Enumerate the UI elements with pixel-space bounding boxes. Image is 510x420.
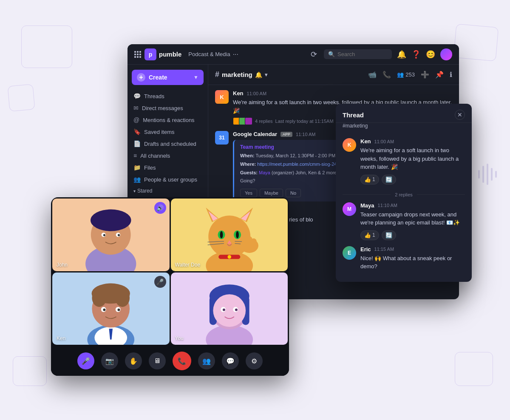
bg-rect-3 (13, 356, 47, 386)
sidebar-item-files[interactable]: 📁 Files (128, 162, 208, 173)
mentions-icon: @ (133, 116, 139, 123)
sidebar-item-channels[interactable]: ≡ All channels (128, 150, 208, 162)
stared-chevron-icon: ▾ (133, 189, 136, 193)
thread-maya-header: Maya 11:10 AM (360, 202, 465, 209)
thread-eric-name: Eric (360, 246, 371, 253)
stared-label: Stared (137, 188, 152, 194)
members-icon: 👥 (397, 71, 404, 78)
member-count[interactable]: 👥 253 (397, 71, 415, 78)
sidebar-item-saved[interactable]: 🔖 Saved items (128, 126, 208, 138)
reply-avatars (233, 117, 252, 125)
ken-avatar: K (215, 90, 229, 104)
bg-rect-5 (7, 84, 35, 111)
maya-refresh-reaction[interactable]: 🔄 (382, 230, 396, 240)
sidebar-item-mentions[interactable]: @ Mentions & reactions (128, 114, 208, 126)
svg-point-53 (235, 308, 237, 311)
thread-maya-avatar: M (343, 202, 356, 216)
drafts-icon: 📄 (133, 140, 141, 147)
svg-point-42 (103, 308, 105, 311)
logo-text: pumble (159, 51, 181, 58)
thread-messages: K Ken 11:00 AM We're aiming for a soft l… (336, 133, 472, 282)
thread-title: Thread (343, 111, 364, 119)
create-label: Create (149, 74, 167, 81)
bell-icon[interactable]: 🔔 (397, 50, 406, 59)
files-icon: 📁 (133, 164, 141, 171)
emoji-icon[interactable]: 😊 (426, 50, 435, 59)
raise-hand-button[interactable]: ✋ (125, 352, 142, 369)
thread-maya-content: Maya 11:10 AM Teaser campaign drops next… (360, 202, 465, 240)
member-count-text: 253 (405, 71, 415, 78)
workspace-menu-icon[interactable]: ··· (233, 51, 238, 58)
video-icon[interactable]: 📹 (368, 71, 377, 79)
thread-maya-name: Maya (360, 202, 374, 209)
cat-video-label: Walter Doe (175, 262, 201, 268)
meeting-link[interactable]: https://meet.pumble.com/cmm-siog-245 (257, 162, 339, 167)
create-button[interactable]: + Create ▼ (132, 70, 204, 85)
video-grid: 🔊 John (51, 197, 289, 346)
reply-count: 4 replies (255, 119, 273, 124)
user-avatar[interactable] (440, 48, 452, 60)
thread-message-maya: M Maya 11:10 AM Teaser campaign drops ne… (343, 202, 465, 240)
info-icon[interactable]: ℹ (450, 71, 452, 79)
end-call-button[interactable]: 📞 (173, 352, 191, 370)
phone-icon[interactable]: 📞 (382, 71, 391, 79)
thread-ken-content: Ken 11:00 AM We're aiming for a soft lau… (360, 138, 465, 184)
search-bar[interactable]: 🔍 (324, 49, 392, 59)
yes-button[interactable]: Yes (240, 189, 257, 197)
no-button[interactable]: No (286, 189, 301, 197)
mic-button[interactable]: 🎤 (77, 352, 94, 369)
svg-rect-4 (495, 171, 497, 178)
thread-message-eric: E Eric 11:15 AM Nice! 🙌 What about a sne… (343, 246, 465, 271)
thread-ken-time: 11:00 AM (374, 139, 394, 144)
logo-icon: p (144, 48, 156, 60)
maya-thumbs-up-reaction[interactable]: 👍 1 (360, 230, 379, 240)
thread-maya-reactions: 👍 1 🔄 (360, 230, 465, 240)
pin-icon[interactable]: 📌 (435, 71, 444, 79)
history-icon[interactable]: ⟳ (311, 50, 317, 59)
dm-icon: ✉ (133, 105, 139, 111)
john-avatar-svg (52, 199, 170, 271)
workspace-name[interactable]: Podcast & Media (188, 51, 230, 57)
ken-message-header: Ken 11:00 AM (233, 90, 452, 96)
maybe-button[interactable]: Maybe (260, 189, 283, 197)
sidebar-item-drafts[interactable]: 📄 Drafts and scheduled (128, 138, 208, 150)
participants-button[interactable]: 👥 (198, 352, 215, 369)
create-chevron-icon: ▼ (193, 74, 198, 80)
thumbs-up-reaction[interactable]: 👍 1 (360, 175, 379, 184)
channel-name-text: marketing (222, 71, 252, 78)
svg-point-52 (222, 308, 225, 311)
chat-button[interactable]: 💬 (222, 352, 239, 369)
sidebar-item-people[interactable]: 👥 People & user groups (128, 173, 208, 185)
channel-name: # marketing 🔔 ▾ (215, 70, 267, 79)
plus-icon: + (137, 73, 145, 82)
svg-point-10 (103, 234, 105, 236)
grid-menu-icon[interactable] (134, 51, 141, 58)
settings-button[interactable]: ⚙ (246, 352, 263, 369)
search-input[interactable] (337, 51, 388, 57)
thread-ken-reactions: 👍 1 🔄 (360, 175, 465, 184)
thread-message-ken: K Ken 11:00 AM We're aiming for a soft l… (343, 138, 465, 184)
help-icon[interactable]: ❓ (411, 50, 421, 59)
camera-button[interactable]: 📷 (101, 352, 118, 369)
thread-eric-text: Nice! 🙌 What about a sneak peek or demo? (360, 254, 465, 271)
add-member-icon[interactable]: ➕ (421, 71, 429, 79)
video-call-window: 🔊 John (51, 197, 289, 376)
sidebar-item-threads[interactable]: 💬 Threads (128, 90, 208, 102)
svg-point-39 (115, 289, 130, 307)
sidebar-item-direct-messages[interactable]: ✉ Direct messages (128, 102, 208, 114)
threads-icon: 💬 (133, 93, 141, 99)
thread-close-button[interactable]: ✕ (455, 110, 465, 120)
video-cell-you: You (171, 272, 288, 345)
refresh-reaction[interactable]: 🔄 (382, 175, 396, 184)
cat-avatar-svg (171, 199, 288, 271)
channel-chevron-icon[interactable]: ▾ (265, 72, 267, 78)
video-cell-cat: Walter Doe (171, 199, 288, 271)
john-speaker-indicator: 🔊 (154, 202, 166, 214)
channel-bell-icon[interactable]: 🔔 (255, 71, 262, 78)
thread-maya-text: Teaser campaign drops next week, and we'… (360, 210, 465, 227)
svg-point-32 (251, 238, 257, 244)
ken-video-label: Ken (57, 335, 65, 341)
sidebar-stared-section[interactable]: ▾ Stared (128, 185, 208, 196)
svg-rect-3 (491, 168, 493, 181)
screen-share-button[interactable]: 🖥 (149, 352, 166, 369)
